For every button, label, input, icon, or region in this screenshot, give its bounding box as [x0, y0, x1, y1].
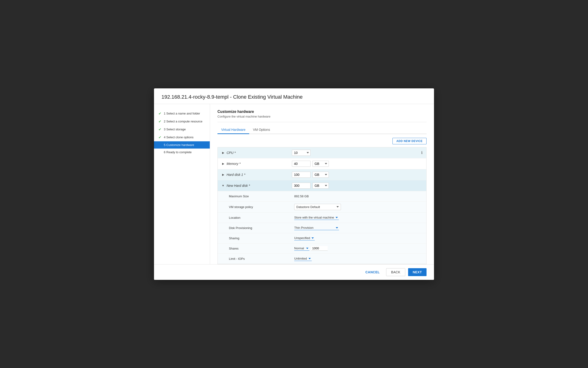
- back-button[interactable]: BACK: [386, 268, 405, 276]
- cancel-button[interactable]: CANCEL: [362, 268, 383, 276]
- sharing-label: Sharing: [229, 237, 294, 240]
- check-icon-step1: ✔: [158, 111, 162, 116]
- sidebar-item-step4[interactable]: ✔ 4 Select clone options: [154, 133, 210, 141]
- sidebar-item-step3[interactable]: ✔ 3 Select storage: [154, 125, 210, 133]
- maximum-size-value: 892.58 GB: [294, 194, 423, 198]
- location-label: Location: [229, 216, 294, 220]
- maximum-size-label: Maximum Size: [229, 194, 294, 198]
- tab-vm-options[interactable]: VM Options: [249, 126, 274, 134]
- new-hard-disk-value-area: GB MB: [292, 183, 423, 189]
- cpu-row: ▶ CPU * 10 1 2 4 8 16 ℹ: [218, 147, 426, 158]
- limit-iops-select[interactable]: Unlimited: [294, 256, 312, 261]
- hardware-toolbar: ADD NEW DEVICE: [217, 138, 427, 144]
- sub-shares-row: Shares Normal Low High Custom: [218, 243, 426, 254]
- sidebar-label-step6: 6 Ready to complete: [164, 150, 192, 154]
- check-icon-step3: ✔: [158, 127, 162, 131]
- memory-expand-icon[interactable]: ▶: [221, 162, 225, 165]
- new-hard-disk-value-input[interactable]: [292, 183, 311, 189]
- clone-vm-modal: 192.168.21.4-rocky-8.9-templ - Clone Exi…: [154, 88, 434, 280]
- sidebar-label-step3: 3 Select storage: [164, 128, 186, 131]
- check-icon-step2: ✔: [158, 120, 162, 124]
- new-hard-disk-label: New Hard disk *: [227, 184, 292, 187]
- memory-row: ▶ Memory * GB MB: [218, 158, 426, 169]
- new-hard-disk-expand-icon[interactable]: ▼: [221, 184, 225, 187]
- sub-limit-iops-row: Limit - IOPs Unlimited: [218, 254, 426, 264]
- sidebar-item-step1[interactable]: ✔ 1 Select a name and folder: [154, 110, 210, 118]
- sidebar-item-step2[interactable]: ✔ 2 Select a compute resource: [154, 118, 210, 125]
- new-hard-disk-row: ▼ New Hard disk * GB MB: [218, 180, 426, 191]
- add-new-device-button[interactable]: ADD NEW DEVICE: [392, 138, 427, 144]
- modal-footer: CANCEL BACK NEXT: [154, 264, 434, 280]
- memory-value-area: GB MB: [292, 161, 423, 167]
- cpu-info-icon[interactable]: ℹ: [421, 150, 423, 155]
- shares-level-select[interactable]: Normal Low High Custom: [294, 246, 309, 251]
- sub-disk-provisioning-row: Disk Provisioning Thin Provision Thick P…: [218, 223, 426, 233]
- hard-disk1-label: Hard disk 1 *: [227, 173, 292, 176]
- disk-provisioning-label: Disk Provisioning: [229, 226, 294, 230]
- vm-storage-policy-label: VM storage policy: [229, 205, 294, 209]
- sidebar-label-step1: 1 Select a name and folder: [164, 112, 200, 115]
- shares-label: Shares: [229, 247, 294, 250]
- memory-unit-select[interactable]: GB MB: [312, 161, 329, 167]
- sidebar-label-step4: 4 Select clone options: [164, 136, 193, 139]
- hard-disk1-value-area: GB MB: [292, 172, 423, 178]
- sub-location-row: Location Store with the virtual machine: [218, 213, 426, 223]
- hard-disk1-unit-select[interactable]: GB MB: [312, 172, 329, 178]
- shares-value-area: Normal Low High Custom: [294, 246, 423, 251]
- main-content: Customize hardware Configure the virtual…: [210, 104, 434, 264]
- cpu-expand-icon[interactable]: ▶: [221, 151, 225, 154]
- hard-disk1-row: ▶ Hard disk 1 * GB MB: [218, 169, 426, 180]
- tab-virtual-hardware[interactable]: Virtual Hardware: [217, 126, 249, 134]
- sharing-value-area: Unspecified None Multi-writer: [294, 236, 423, 240]
- cpu-value-area: 10 1 2 4 8 16: [292, 150, 421, 156]
- hardware-table: ▶ CPU * 10 1 2 4 8 16 ℹ: [217, 147, 427, 264]
- limit-iops-value-area: Unlimited: [294, 256, 423, 261]
- modal-backdrop: 192.168.21.4-rocky-8.9-templ - Clone Exi…: [0, 0, 588, 368]
- modal-header: 192.168.21.4-rocky-8.9-templ - Clone Exi…: [154, 88, 434, 104]
- hard-disk1-expand-icon[interactable]: ▶: [221, 173, 225, 176]
- section-subtitle: Configure the virtual machine hardware: [217, 115, 427, 118]
- section-title: Customize hardware: [217, 110, 427, 114]
- sub-vm-storage-policy-row: VM storage policy Datastore Default: [218, 202, 426, 213]
- check-icon-step4: ✔: [158, 135, 162, 139]
- shares-value-input[interactable]: [311, 246, 328, 251]
- disk-provisioning-select[interactable]: Thin Provision Thick Provision Lazy Zero…: [294, 226, 339, 230]
- vm-storage-policy-value-area: Datastore Default: [294, 204, 423, 210]
- vm-storage-policy-select[interactable]: Datastore Default: [294, 204, 341, 210]
- sidebar-item-step6[interactable]: 6 Ready to complete: [154, 148, 210, 156]
- sharing-select[interactable]: Unspecified None Multi-writer: [294, 236, 315, 240]
- sub-sharing-row: Sharing Unspecified None Multi-writer: [218, 233, 426, 243]
- modal-body: ✔ 1 Select a name and folder ✔ 2 Select …: [154, 104, 434, 264]
- location-value-area: Store with the virtual machine: [294, 215, 423, 220]
- header-divider: [217, 122, 427, 122]
- cpu-value-select[interactable]: 10 1 2 4 8 16: [292, 150, 311, 156]
- wizard-sidebar: ✔ 1 Select a name and folder ✔ 2 Select …: [154, 104, 210, 264]
- hard-disk1-value-input[interactable]: [292, 172, 311, 178]
- location-select[interactable]: Store with the virtual machine: [294, 215, 339, 220]
- cpu-label: CPU *: [227, 151, 292, 155]
- memory-value-input[interactable]: [292, 161, 311, 167]
- disk-provisioning-value-area: Thin Provision Thick Provision Lazy Zero…: [294, 226, 423, 230]
- modal-title: 192.168.21.4-rocky-8.9-templ - Clone Exi…: [161, 94, 427, 100]
- sidebar-label-step5: 5 Customize hardware: [164, 143, 194, 147]
- tab-bar: Virtual Hardware VM Options: [217, 126, 427, 134]
- sub-maximum-size-row: Maximum Size 892.58 GB: [218, 191, 426, 202]
- next-button[interactable]: NEXT: [408, 268, 427, 276]
- sidebar-item-step5[interactable]: 5 Customize hardware: [154, 141, 210, 148]
- limit-iops-label: Limit - IOPs: [229, 257, 294, 260]
- new-hard-disk-unit-select[interactable]: GB MB: [312, 183, 329, 189]
- sidebar-label-step2: 2 Select a compute resource: [164, 120, 202, 123]
- memory-label: Memory *: [227, 162, 292, 166]
